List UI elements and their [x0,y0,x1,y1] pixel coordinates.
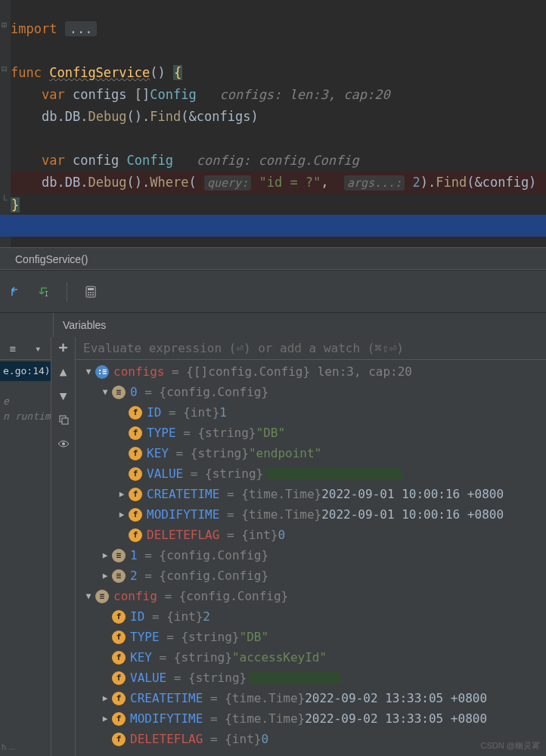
var-value: 0 [261,729,268,749]
var-type: = {string} [183,423,256,443]
var-type: = {string} [191,463,263,484]
call-Debug: Debug [88,175,126,190]
expand-icon[interactable]: ▶ [98,688,112,708]
var-value: "accessKeyId" [232,647,327,668]
tree-node-field[interactable]: fID = {int} 2 [76,606,546,627]
svg-rect-10 [62,418,68,424]
var-value: "DB" [256,423,286,443]
var-type: = {int} [227,525,278,545]
expand-icon[interactable]: ▶ [98,708,112,729]
pkg-db: db [42,175,57,190]
tree-node-item-2[interactable]: ▶ ≡ 2 = {config.Config} [76,565,546,586]
tree-node-field[interactable]: fDELETEFLAG = {int} 0 [76,525,546,545]
var-value: 2 [203,606,210,627]
folded-imports[interactable]: ... [65,21,98,36]
down-arrow-icon[interactable]: ▼ [57,389,70,402]
tree-node-field[interactable]: ▶fMODIFYTIME = {time.Time} 2022-09-02 13… [76,708,546,729]
filter-icon[interactable]: ▾ [35,342,41,355]
fold-icon[interactable]: └ [2,195,7,206]
debug-panel: I Variables ≡ ▾ e.go:14) e n runtime + ▲… [0,270,546,756]
tree-node-item-1[interactable]: ▶ ≡ 1 = {config.Config} [76,545,546,565]
fold-icon[interactable]: ⊟ [2,64,7,74]
frames-column[interactable]: ≡ ▾ e.go:14) e n runtime [0,337,51,756]
tree-node-field[interactable]: ▶fMODIFYTIME = {time.Time} 2022-09-01 10… [76,504,546,525]
tree-node-item-0[interactable]: ▼ ≡ 0 = {config.Config} [76,382,546,402]
field-icon: f [112,651,126,665]
redacted-value [266,468,402,480]
var-name: DELETEFLAG [130,729,203,749]
field-icon: f [112,671,126,685]
call-Debug: Debug [88,109,126,124]
var-type: = {time.Time} [227,504,321,525]
var-name: 0 [130,382,138,402]
tree-node-field[interactable]: fDELETEFLAG = {int} 0 [76,729,546,749]
breakpoint-line[interactable]: db.DB.Debug().Where( query: "id = ?", ar… [11,172,546,194]
var-value: 2022-09-01 10:00:16 +0800 [321,504,504,525]
expand-icon[interactable]: ▶ [115,484,129,504]
var-value: = {[]config.Config} len:3, cap:20 [172,361,412,382]
evaluate-expression-input[interactable]: Evaluate expression (⏎) or add a watch (… [76,337,546,360]
var-name: ID [147,402,161,423]
watch-eye-icon[interactable] [57,437,70,451]
svg-point-3 [88,292,89,293]
frame-item[interactable]: e [0,381,51,408]
svg-point-6 [88,294,89,296]
frame-item[interactable]: n runtime [0,408,51,423]
expand-icon[interactable]: ▶ [98,545,112,565]
slice-icon: :≡ [95,365,109,379]
var-type: = {string} [160,647,232,668]
code-body[interactable]: import ... func ConfigService() { var co… [11,0,546,216]
svg-point-4 [90,292,92,293]
add-watch-icon[interactable]: + [57,340,70,354]
expand-icon[interactable]: ▼ [82,586,95,606]
calculator-icon[interactable] [84,285,98,299]
tree-node-field[interactable]: ▶fCREATETIME = {time.Time} 2022-09-02 13… [76,688,546,708]
tree-node-field[interactable]: fTYPE = {string} "DB" [76,627,546,647]
svg-rect-2 [88,288,94,290]
frame-selected[interactable]: e.go:14) [0,361,51,381]
expand-icon[interactable]: ▶ [115,504,129,525]
copy-icon[interactable] [57,413,70,426]
variables-tree[interactable]: ▼ :≡ configs = {[]config.Config} len:3, … [76,360,546,749]
watermark: CSDN @幽灵雾 [481,740,540,751]
tree-node-field[interactable]: ▶fCREATETIME = {time.Time} 2022-09-01 10… [76,484,546,504]
tree-node-config[interactable]: ▼ ≡ config = {config.Config} [76,586,546,606]
var-name: DELETEFLAG [147,525,219,545]
expand-icon[interactable]: ▼ [98,382,112,402]
tree-node-field[interactable]: fVALUE = {string} [76,463,546,484]
expand-icon[interactable]: ▶ [98,565,112,586]
threads-icon[interactable]: ≡ [10,342,16,355]
variables-pane[interactable]: Evaluate expression (⏎) or add a watch (… [76,337,546,756]
inline-hint-configs: configs: len:3, cap:20 [219,87,389,102]
var-type: = {time.Time} [227,484,321,504]
hint-args: args...: [344,175,405,191]
tree-node-field[interactable]: fVALUE = {string} [76,668,546,688]
var-type: = {int} [152,606,203,627]
return-up-icon[interactable] [9,285,23,299]
type-config: Config [127,153,173,168]
expand-icon[interactable]: ▼ [82,361,95,382]
variables-tab[interactable]: Variables [53,313,546,337]
debug-toolbar: I [0,270,546,313]
tree-node-field[interactable]: fKEY = {string} "endpoint" [76,443,546,463]
fold-icon[interactable]: ⊞ [2,20,7,30]
keyword-func: func [11,65,42,80]
up-arrow-icon[interactable]: ▲ [57,364,70,378]
tree-node-field[interactable]: fID = {int} 1 [76,402,546,423]
keyword-var: var [42,87,65,102]
step-into-icon[interactable]: I [36,285,50,299]
func-name: ConfigService [49,65,150,80]
tree-node-configs[interactable]: ▼ :≡ configs = {[]config.Config} len:3, … [76,361,546,382]
tree-node-field[interactable]: fTYPE = {string} "DB" [76,423,546,443]
var-name: 2 [130,565,138,586]
field-icon: f [112,692,126,705]
var-type: = {string} [174,668,247,688]
tree-node-field[interactable]: fKEY = {string} "accessKeyId" [76,647,546,668]
breadcrumb[interactable]: ConfigService() [0,247,546,270]
field-icon: f [129,528,142,542]
struct-icon: ≡ [95,590,109,603]
var-value: 2022-09-02 13:33:05 +0800 [305,708,487,729]
code-editor[interactable]: ⊞ ⊟ └ import ... func ConfigService() { … [0,0,546,247]
selection-highlight [0,215,546,237]
svg-point-11 [62,442,65,445]
